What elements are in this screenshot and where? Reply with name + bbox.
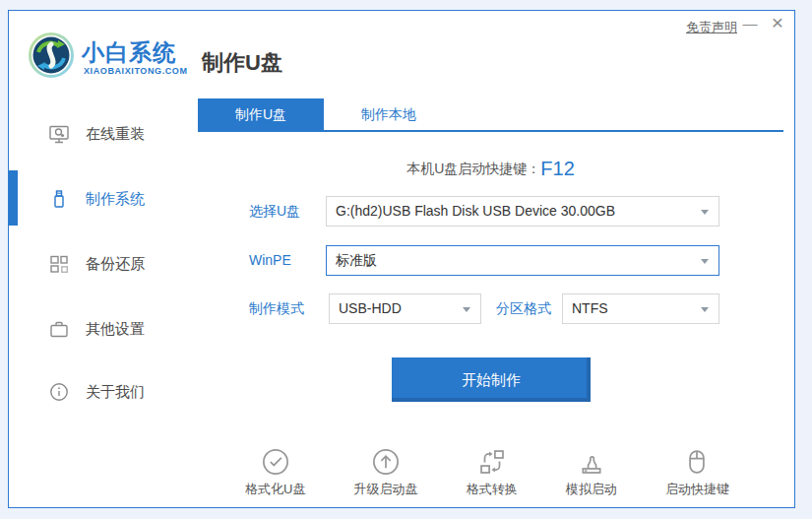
tool-boot-hotkey[interactable]: 启动快捷键	[665, 447, 729, 498]
upgrade-boot-icon	[371, 447, 401, 477]
chevron-down-icon	[701, 307, 709, 312]
info-icon	[48, 381, 70, 403]
sidebar-item-label: 其他设置	[86, 320, 145, 339]
tool-format-convert[interactable]: 格式转换	[467, 447, 518, 498]
start-create-button[interactable]: 开始制作	[392, 357, 591, 402]
page-title: 制作U盘	[202, 48, 282, 78]
tool-label: 格式转换	[467, 481, 518, 498]
disclaimer-link[interactable]: 免责声明	[686, 19, 737, 36]
chevron-down-icon	[701, 210, 709, 215]
tool-label: 格式化U盘	[245, 481, 305, 498]
format-convert-icon	[477, 447, 507, 477]
usb-select-label: 选择U盘	[249, 203, 300, 221]
sidebar-item-label: 关于我们	[86, 383, 145, 402]
brand-name: 小白系统	[82, 37, 176, 68]
partition-dropdown[interactable]: NTFS	[562, 293, 719, 324]
chevron-down-icon	[701, 259, 709, 264]
winpe-label: WinPE	[249, 252, 291, 268]
sidebar-item-backup-restore[interactable]: 备份还原	[9, 253, 192, 277]
monitor-reinstall-icon	[48, 123, 70, 145]
tool-simulate-boot[interactable]: 模拟启动	[566, 447, 617, 498]
boot-hotkey-value: F12	[540, 158, 574, 179]
backup-grid-icon	[48, 253, 70, 275]
tool-label: 启动快捷键	[665, 481, 729, 498]
briefcase-settings-icon	[48, 318, 70, 340]
tool-format-usb[interactable]: 格式化U盘	[245, 447, 305, 498]
mode-label: 制作模式	[249, 300, 304, 318]
tab-create-local[interactable]: 制作本地	[324, 98, 454, 130]
sidebar-item-label: 制作系统	[86, 190, 145, 209]
bottom-toolbar: 格式化U盘 升级启动盘 格式	[245, 447, 729, 498]
close-button[interactable]: ×	[765, 11, 790, 36]
winpe-dropdown[interactable]: 标准版	[326, 245, 719, 276]
boot-hotkey-label: 本机U盘启动快捷键：	[406, 161, 540, 176]
mode-value: USB-HDD	[339, 294, 457, 323]
usb-select-value: G:(hd2)USB Flash Disk USB Device 30.00GB	[336, 197, 695, 226]
tab-underline	[198, 130, 783, 132]
boot-hotkey-row: 本机U盘启动快捷键：F12	[198, 158, 783, 180]
mode-dropdown[interactable]: USB-HDD	[329, 293, 481, 324]
simulate-boot-icon	[577, 447, 606, 477]
tab-create-usb[interactable]: 制作U盘	[198, 98, 324, 130]
format-usb-icon	[261, 447, 290, 477]
sidebar-item-create-system[interactable]: 制作系统	[9, 188, 192, 212]
partition-label: 分区格式	[496, 300, 551, 318]
sidebar-item-about-us[interactable]: 关于我们	[9, 381, 192, 405]
sidebar-item-online-reinstall[interactable]: 在线重装	[9, 123, 192, 147]
usb-drive-icon	[48, 188, 70, 210]
sidebar-item-other-settings[interactable]: 其他设置	[9, 318, 192, 342]
boot-hotkey-icon	[682, 447, 712, 477]
sidebar-item-label: 备份还原	[86, 255, 145, 274]
brand-domain: XIAOBAIXITONG.COM	[84, 66, 188, 76]
sidebar-item-label: 在线重装	[86, 125, 145, 144]
tool-upgrade-boot-disk[interactable]: 升级启动盘	[354, 447, 418, 498]
partition-value: NTFS	[572, 294, 695, 323]
tool-label: 模拟启动	[566, 481, 617, 498]
chevron-down-icon	[463, 307, 470, 312]
app-window: 小白系统 XIAOBAIXITONG.COM 制作U盘 免责声明 — × 在线重…	[8, 10, 795, 508]
usb-select-dropdown[interactable]: G:(hd2)USB Flash Disk USB Device 30.00GB	[326, 196, 719, 227]
tool-label: 升级启动盘	[354, 481, 418, 498]
winpe-value: 标准版	[336, 246, 695, 275]
app-logo-icon	[29, 32, 74, 78]
minimize-button[interactable]: —	[737, 11, 763, 36]
